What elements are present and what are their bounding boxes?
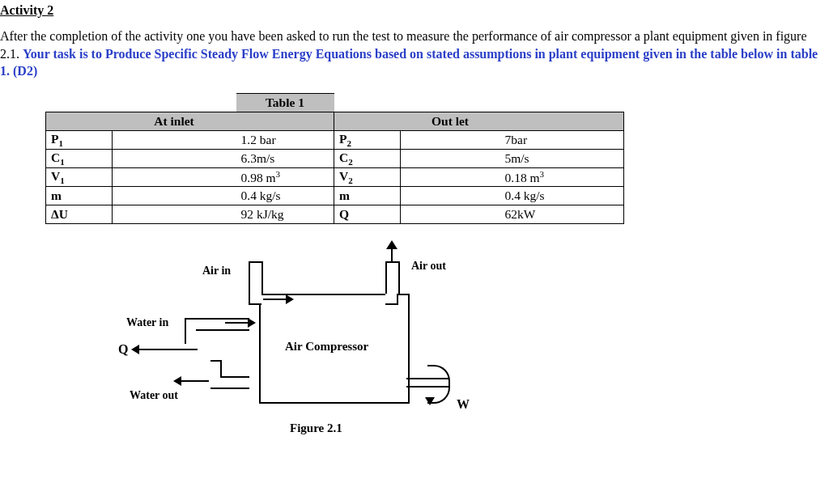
intro-task-text: Your task is to Produce Specific Steady … xyxy=(0,47,818,78)
air-out-pipe-vert xyxy=(385,261,400,294)
table-row: m 0.4 kg/s m 0.4 kg/s xyxy=(46,187,624,205)
q-label: Q xyxy=(118,342,128,357)
water-in-arrow-line xyxy=(225,322,248,324)
water-in-arrowhead-icon xyxy=(248,318,256,328)
air-out-pipe-elbow xyxy=(385,292,398,305)
outlet-header: Out let xyxy=(401,112,500,130)
table-row: V1 0.98 m3 V2 0.18 m3 xyxy=(46,167,624,186)
activity-heading: Activity 2 xyxy=(0,3,829,18)
air-out-arrowhead-icon xyxy=(386,240,397,249)
intro-paragraph: After the completion of the activity one… xyxy=(0,28,829,80)
table-row: C1 6.3m/s C2 5m/s xyxy=(46,149,624,167)
air-in-pipe-elbow xyxy=(249,292,261,305)
table-header-row: At inlet Out let xyxy=(46,112,624,130)
air-out-label: Air out xyxy=(411,260,446,273)
q-arrowhead-icon xyxy=(131,345,139,354)
air-in-arrow-line xyxy=(263,299,286,300)
air-in-arrowhead-icon xyxy=(286,294,294,304)
water-out-pipe-v xyxy=(210,360,222,378)
figure-caption: Figure 2.1 xyxy=(290,421,342,435)
table-row: P1 1.2 bar P2 7bar xyxy=(46,130,624,149)
table-title: Table 1 xyxy=(236,93,334,112)
water-in-pipe-v xyxy=(185,318,196,344)
table-row: ΔU 92 kJ/kg Q 62kW xyxy=(46,205,624,224)
water-out-label: Water out xyxy=(130,389,178,402)
water-out-pipe-h xyxy=(210,376,249,389)
air-in-pipe-vert xyxy=(249,261,263,294)
data-table: Table 1 At inlet Out let P1 1.2 bar P2 7… xyxy=(45,93,624,224)
air-in-label: Air in xyxy=(202,265,231,277)
q-arrow-line xyxy=(139,349,198,350)
water-out-arrowhead-icon xyxy=(173,376,181,386)
w-curl-arrowhead-icon xyxy=(425,397,435,405)
compressor-diagram: Air Compressor Air in Air out Water in W… xyxy=(97,247,551,457)
water-in-pipe-h xyxy=(194,318,249,331)
table-title-row: Table 1 xyxy=(46,93,624,112)
water-in-label: Water in xyxy=(126,316,168,329)
inlet-header: At inlet xyxy=(113,112,236,130)
w-label: W xyxy=(457,397,470,412)
water-out-arrow-line xyxy=(181,380,209,382)
compressor-box-label: Air Compressor xyxy=(285,340,368,354)
